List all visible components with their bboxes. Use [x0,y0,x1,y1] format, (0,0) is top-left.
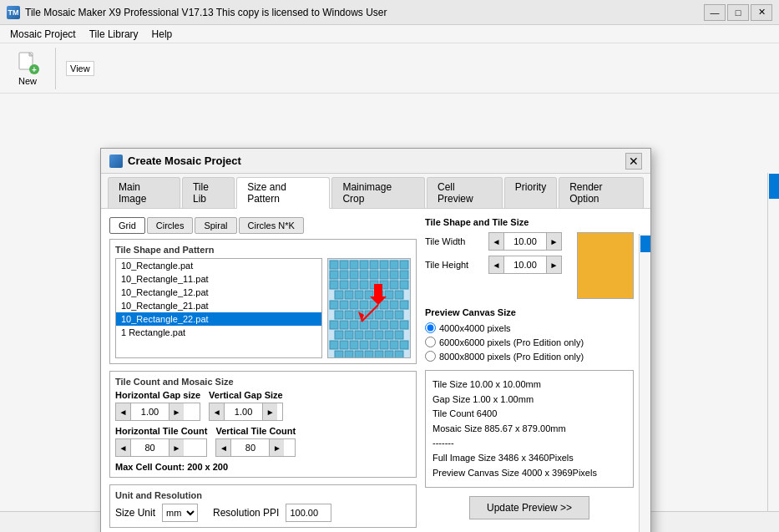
window-controls[interactable]: — □ ✕ [704,4,772,21]
pattern-item[interactable]: 10_Rectangle_11.pat [116,272,321,286]
resolution-label: Resolution PPI [213,507,279,519]
preview-svg [328,259,411,358]
canvas-size-section: Preview Canvas Size 4000x4000 pixels 600… [425,307,634,362]
new-label: New [18,76,37,86]
tab-priority[interactable]: Priority [504,177,557,208]
tab-tile-lib[interactable]: Tile Lib [182,177,235,208]
svg-rect-8 [360,261,368,269]
tile-width-decrement[interactable]: ◄ [489,233,504,250]
v-tile-label: Vertical Tile Count [215,426,296,436]
title-bar: TM Tile Mosaic Maker X9 Professional V17… [0,0,779,25]
svg-rect-63 [375,331,383,339]
scrollbar-thumb[interactable] [769,174,779,199]
svg-rect-57 [390,321,398,329]
pattern-item[interactable]: 10_Rectangle_21.pat [116,299,321,312]
tab-indicator: View [66,61,94,76]
svg-rect-35 [395,291,403,299]
v-gap-decrement[interactable]: ◄ [210,403,225,420]
subtab-circles[interactable]: Circles [147,217,194,234]
new-icon: + [16,51,39,74]
pattern-item[interactable]: 1 Rectangle.pat [116,326,321,339]
menu-mosaic-project[interactable]: Mosaic Project [3,27,83,42]
svg-rect-20 [400,271,408,279]
resolution-input[interactable] [286,504,331,522]
tab-size-pattern[interactable]: Size and Pattern [236,177,330,209]
dialog-scrollbar[interactable] [639,234,650,532]
svg-rect-39 [360,301,368,309]
svg-rect-77 [365,351,373,358]
h-gap-decrement[interactable]: ◄ [116,403,131,420]
svg-rect-11 [390,261,398,269]
tile-color-preview [577,232,634,299]
svg-rect-56 [380,321,388,329]
tab-render-option[interactable]: Render Option [559,177,644,208]
pattern-item-selected[interactable]: 10_Rectangle_22.pat [116,312,321,326]
v-tile-increment[interactable]: ► [269,439,284,456]
svg-rect-44 [335,311,343,319]
dialog-close-button[interactable]: ✕ [625,153,642,170]
h-gap-group: Horizontal Gap size ◄ 1.00 ► [115,390,200,421]
maximize-button[interactable]: □ [727,4,749,21]
canvas-radio-2[interactable] [425,337,436,347]
svg-rect-28 [400,281,408,289]
tile-height-increment[interactable]: ► [546,256,561,273]
canvas-radio-3[interactable] [425,351,436,362]
tile-width-label: Tile Width [425,236,483,246]
subtab-circles-nk[interactable]: Circles N*K [239,217,304,234]
svg-rect-19 [390,271,398,279]
svg-rect-72 [390,341,398,349]
v-gap-value: 1.00 [225,403,262,420]
svg-rect-69 [360,341,368,349]
subtab-spiral[interactable]: Spiral [195,217,236,234]
svg-rect-53 [350,321,358,329]
view-tab[interactable]: View [70,63,90,73]
svg-rect-50 [395,311,403,319]
tab-mainimage-crop[interactable]: Mainimage Crop [331,177,425,208]
pattern-section: Tile Shape and Pattern 10_Rectangle.pat … [109,239,417,364]
pattern-item[interactable]: 10_Rectangle_12.pat [116,286,321,299]
subtab-grid[interactable]: Grid [109,217,145,234]
svg-rect-54 [360,321,368,329]
svg-rect-22 [340,281,348,289]
v-gap-increment[interactable]: ► [262,403,277,420]
menu-tile-library[interactable]: Tile Library [83,27,145,42]
menu-help[interactable]: Help [145,27,180,42]
h-gap-value: 1.00 [131,403,169,420]
svg-rect-16 [360,271,368,279]
svg-rect-58 [400,321,408,329]
tile-width-increment[interactable]: ► [546,233,561,250]
svg-rect-24 [360,281,368,289]
minimize-button[interactable]: — [704,4,726,21]
v-tile-group: Vertical Tile Count ◄ 80 ► [215,426,296,457]
h-tile-increment[interactable]: ► [169,439,184,456]
v-gap-spinner: ◄ 1.00 ► [209,403,283,421]
size-unit-select[interactable]: mm cm inch [162,504,198,522]
svg-rect-61 [355,331,363,339]
update-preview-button[interactable]: Update Preview >> [469,496,589,519]
svg-rect-12 [400,261,408,269]
dialog-left-panel: Grid Circles Spiral Circles N*K Tile Sha… [109,217,417,528]
svg-rect-17 [370,271,378,279]
svg-rect-7 [350,261,358,269]
svg-rect-45 [345,311,353,319]
close-button[interactable]: ✕ [751,4,772,21]
workspace-scrollbar[interactable] [767,173,779,532]
v-tile-decrement[interactable]: ◄ [216,439,231,456]
svg-rect-52 [340,321,348,329]
tile-height-row: Tile Height ◄ 10.00 ► [425,256,562,274]
svg-rect-68 [350,341,358,349]
h-gap-increment[interactable]: ► [169,403,184,420]
pattern-list[interactable]: 10_Rectangle.pat 10_Rectangle_11.pat 10_… [115,258,322,358]
tab-cell-preview[interactable]: Cell Preview [427,177,503,208]
tab-main-image[interactable]: Main Image [108,177,180,208]
tile-height-decrement[interactable]: ◄ [489,256,504,273]
info-line-5: ------- [432,436,626,451]
pattern-item[interactable]: 10_Rectangle.pat [116,259,321,272]
new-button[interactable]: + Main Image New [7,48,48,89]
svg-rect-60 [345,331,353,339]
h-tile-spinner: ◄ 80 ► [115,438,207,457]
dialog-scrollbar-thumb[interactable] [640,236,650,252]
svg-rect-13 [330,271,338,279]
canvas-radio-1[interactable] [425,322,436,333]
h-tile-decrement[interactable]: ◄ [116,439,131,456]
